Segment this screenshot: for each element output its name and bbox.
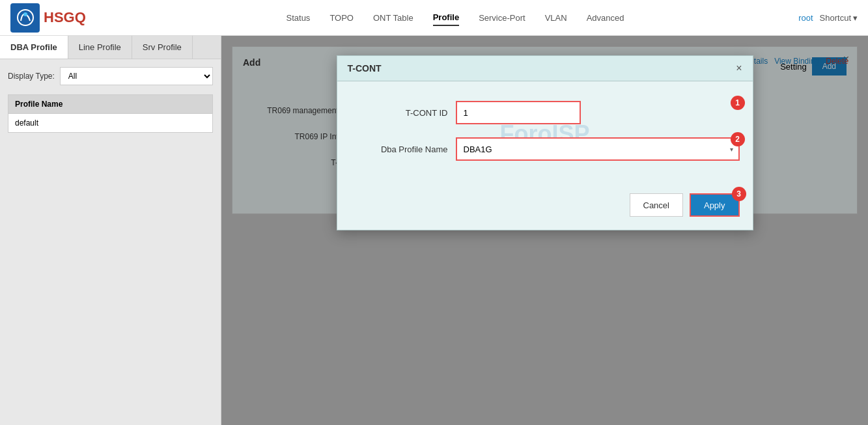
cancel-button[interactable]: Cancel: [630, 193, 683, 217]
logo: HSGQ: [10, 3, 86, 33]
profile-table: Profile Name default: [8, 94, 213, 133]
dba-label: Dba Profile Name: [350, 144, 448, 154]
sidebar-tabs: DBA Profile Line Profile Srv Profile: [0, 36, 221, 59]
modal-overlay: T-CONT × ForoISP T-CONT ID 1: [221, 36, 868, 425]
nav-user[interactable]: root: [798, 13, 813, 23]
logo-icon: [10, 3, 40, 33]
profile-name-cell: default: [8, 114, 213, 133]
modal-title: T-CONT: [348, 63, 382, 74]
logo-text: HSGQ: [44, 9, 86, 26]
svg-point-0: [18, 10, 33, 25]
profile-name-header: Profile Name: [8, 95, 213, 114]
nav-service-port[interactable]: Service-Port: [479, 10, 525, 25]
sidebar-content: Display Type: All Profile Name default: [0, 59, 221, 141]
dba-profile-select[interactable]: DBA1G DBA2G DBA512M: [456, 137, 740, 161]
nav-profile[interactable]: Profile: [433, 10, 459, 26]
navbar-right: root Shortcut ▾: [798, 13, 858, 23]
tcont-modal: T-CONT × ForoISP T-CONT ID 1: [337, 55, 753, 230]
dba-profile-row: Dba Profile Name DBA1G DBA2G DBA512M ▾ 2: [350, 137, 740, 161]
step-badge-2: 2: [731, 132, 745, 146]
display-type-row: Display Type: All: [8, 67, 213, 85]
tcont-id-input[interactable]: [456, 101, 581, 124]
svg-point-1: [23, 12, 27, 16]
main-area: DBA Profile Line Profile Srv Profile Dis…: [0, 36, 868, 425]
nav-topo[interactable]: TOPO: [329, 10, 354, 25]
nav-status[interactable]: Status: [287, 10, 311, 25]
tab-srv-profile[interactable]: Srv Profile: [132, 36, 193, 59]
modal-header: T-CONT ×: [337, 56, 753, 81]
nav-advanced[interactable]: Advanced: [587, 10, 624, 25]
content-area: Add × Setting Add TR069 management Mode …: [221, 36, 868, 425]
display-type-select[interactable]: All: [60, 67, 213, 85]
step-badge-3: 3: [732, 187, 746, 201]
tab-dba-profile[interactable]: DBA Profile: [0, 36, 68, 59]
step-badge-1: 1: [731, 96, 745, 110]
display-type-label: Display Type:: [8, 72, 55, 81]
tcont-id-label: T-CONT ID: [350, 108, 448, 118]
navbar-nav: Status TOPO ONT Table Profile Service-Po…: [112, 10, 798, 26]
modal-close-button[interactable]: ×: [736, 62, 742, 74]
modal-footer: Cancel Apply 3: [337, 187, 753, 230]
nav-shortcut[interactable]: Shortcut ▾: [820, 13, 858, 23]
tcont-id-row: T-CONT ID 1: [350, 101, 740, 124]
tab-line-profile[interactable]: Line Profile: [68, 36, 132, 59]
sidebar: DBA Profile Line Profile Srv Profile Dis…: [0, 36, 221, 425]
nav-ont-table[interactable]: ONT Table: [373, 10, 413, 25]
table-row[interactable]: default: [8, 114, 213, 133]
nav-vlan[interactable]: VLAN: [545, 10, 567, 25]
modal-body: ForoISP T-CONT ID 1 Dba Profile Name: [337, 81, 753, 187]
navbar: HSGQ Status TOPO ONT Table Profile Servi…: [0, 0, 868, 36]
